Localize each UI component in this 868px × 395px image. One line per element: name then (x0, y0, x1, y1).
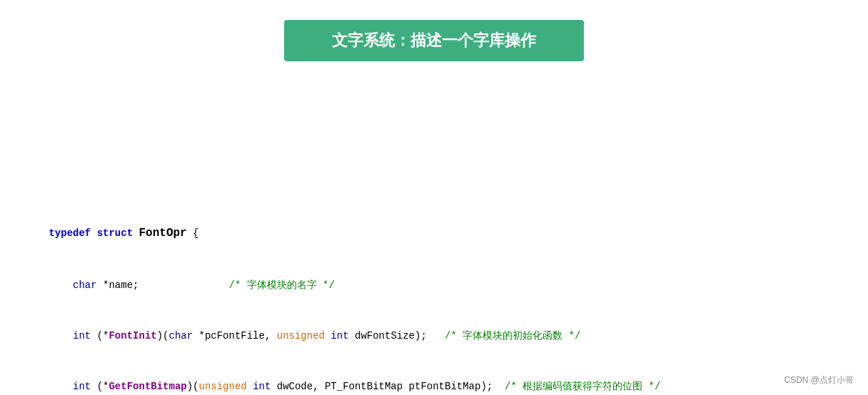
comment-name: /* 字体模块的名字 */ (228, 279, 334, 291)
comment-fontinit: /* 字体模块的初始化函数 */ (445, 330, 580, 342)
kw-int2: int (73, 381, 91, 392)
watermark-text: CSDN @点灯小哥 (784, 375, 854, 385)
kw-struct: struct (97, 227, 133, 239)
line-fontinit: int (*FontInit)(char *pcFontFile, unsign… (13, 311, 660, 361)
title-banner: 文字系统：描述一个字库操作 (284, 20, 584, 61)
func-fontinit: FontInit (108, 330, 156, 342)
title-text: 文字系统：描述一个字库操作 (332, 31, 536, 49)
code-block: typedef struct FontOpr { char *name; /* … (13, 207, 660, 395)
kw-char: char (73, 279, 97, 291)
watermark: CSDN @点灯小哥 (784, 374, 854, 386)
line-getfontbitmap: int (*GetFontBitmap)(unsigned int dwCode… (13, 362, 660, 395)
kw-typedef: typedef (49, 227, 91, 239)
struct-name: FontOpr (138, 227, 186, 240)
comment-getfontbitmap: /* 根据编码值获得字符的位图 */ (505, 381, 660, 392)
kw-int1: int (73, 330, 91, 342)
line-char: char *name; /* 字体模块的名字 */ (13, 260, 660, 311)
line-typedef: typedef struct FontOpr { (13, 207, 660, 260)
page-container: 文字系统：描述一个字库操作 typedef struct FontOpr { c… (0, 0, 868, 395)
func-getfontbitmap: GetFontBitmap (108, 381, 186, 392)
